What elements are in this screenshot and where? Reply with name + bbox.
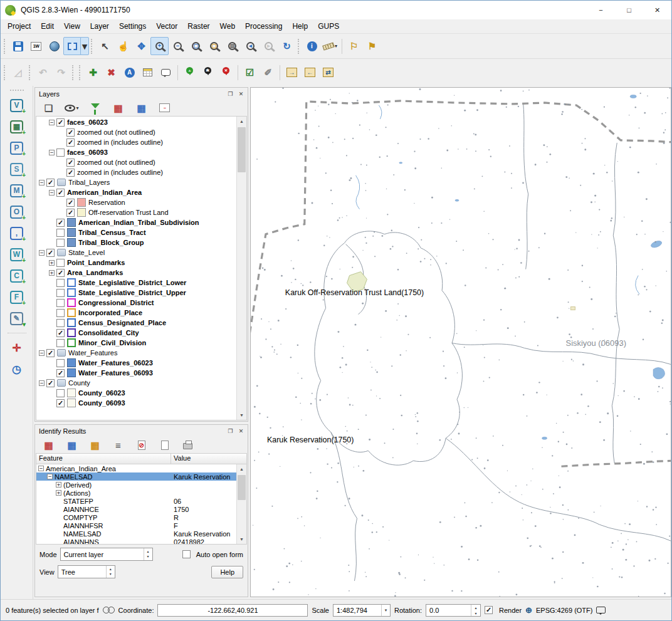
view-combo[interactable]: Tree ▴▾ xyxy=(58,565,115,578)
import-data-icon[interactable]: → xyxy=(283,63,301,81)
layer-checkbox[interactable] xyxy=(56,339,65,347)
layer-checkbox[interactable] xyxy=(56,279,65,287)
add-delimited-text-icon[interactable]: ,+ xyxy=(8,224,26,243)
layer-row[interactable]: ✓American_Indian_Tribal_Subdivision xyxy=(36,217,236,227)
layer-row[interactable]: Water_Features_06023 xyxy=(36,358,236,368)
tree-expander[interactable]: − xyxy=(47,474,53,479)
tree-expander[interactable]: − xyxy=(49,190,55,196)
layer-row[interactable]: Incorporated_Place xyxy=(36,308,236,318)
identify-result-row[interactable]: −NAMELSADKaruk Reservation xyxy=(36,472,236,481)
combo-spin-arrows[interactable]: ▴▾ xyxy=(106,566,115,578)
tree-expander[interactable]: − xyxy=(39,250,45,256)
panel-float-button[interactable]: ❐ xyxy=(226,427,235,436)
layer-checkbox[interactable]: ✓ xyxy=(46,379,55,387)
layer-row[interactable]: ✓zoomed in (includes outline) xyxy=(36,167,236,177)
add-spatialite-layer-icon[interactable]: S+ xyxy=(8,160,26,179)
pin-delete-icon[interactable]: ✕ xyxy=(217,63,235,81)
add-vector-layer-icon[interactable]: V+ xyxy=(8,96,26,115)
zoom-to-selection-icon[interactable]: ▢ xyxy=(205,37,223,55)
layer-checkbox[interactable]: ✓ xyxy=(66,209,75,217)
layer-checkbox[interactable] xyxy=(56,299,65,307)
coordinate-input[interactable]: -122.662,40.921 xyxy=(157,604,308,617)
layer-checkbox[interactable]: ✓ xyxy=(46,349,55,357)
print-icon[interactable] xyxy=(179,436,197,454)
panel-close-button[interactable]: ✕ xyxy=(236,427,246,436)
layer-checkbox[interactable]: ✓ xyxy=(46,249,55,257)
zoom-out-icon[interactable]: − xyxy=(169,37,187,55)
layer-checkbox[interactable] xyxy=(56,359,65,367)
layer-row[interactable]: Census_Designated_Place xyxy=(36,318,236,328)
layer-checkbox[interactable]: ✓ xyxy=(66,159,75,167)
layer-checkbox[interactable] xyxy=(56,289,65,297)
spinbox-arrows[interactable]: ▴▾ xyxy=(471,605,480,616)
selection-status-icon[interactable] xyxy=(103,607,115,613)
layer-checkbox[interactable] xyxy=(56,309,65,317)
annotation-icon[interactable] xyxy=(157,63,175,81)
layer-checkbox[interactable]: ✓ xyxy=(56,329,65,337)
layer-row[interactable]: State_Legislative_District_Lower xyxy=(36,278,236,288)
identify-result-row[interactable]: COMPTYPR xyxy=(36,513,236,521)
menu-raster[interactable]: Raster xyxy=(182,20,214,33)
scroll-down-arrow[interactable]: ▼ xyxy=(237,535,246,544)
menu-layer[interactable]: Layer xyxy=(85,20,114,33)
layer-checkbox[interactable] xyxy=(56,259,65,267)
validate-map-icon[interactable]: ☑ xyxy=(241,63,259,81)
layer-row[interactable]: −faces_06093 xyxy=(36,147,236,157)
scroll-up-arrow[interactable]: ▲ xyxy=(237,117,246,126)
scrollbar-thumb[interactable] xyxy=(238,127,246,172)
layer-checkbox[interactable]: ✓ xyxy=(56,118,65,127)
layer-row[interactable]: Congressional_District xyxy=(36,298,236,308)
zoom-to-layer-icon[interactable]: ▤ xyxy=(223,37,241,55)
text-label-icon[interactable]: A xyxy=(120,63,139,81)
rotation-spinbox[interactable]: 0.0 ▴▾ xyxy=(426,604,481,617)
new-feature-icon[interactable]: ✚ xyxy=(84,63,102,81)
layer-row[interactable]: ✓Off-reservation Trust Land xyxy=(36,207,236,217)
scale-combo[interactable]: 1:482,794 ▾ xyxy=(333,604,391,617)
new-bookmark-icon[interactable]: ⚐ xyxy=(345,37,363,55)
touch-cursor-icon[interactable]: ↖ xyxy=(96,37,114,55)
crs-status-text[interactable]: EPSG:4269 (OTF) xyxy=(536,607,592,614)
layer-checkbox[interactable]: ✓ xyxy=(56,399,65,407)
tree-expander[interactable]: + xyxy=(49,260,55,266)
layer-row[interactable]: −✓faces_06023 xyxy=(36,117,236,127)
combo-spin-arrows[interactable]: ▴▾ xyxy=(144,548,152,560)
form-view-icon[interactable]: ≡ xyxy=(109,436,127,454)
identify-result-row[interactable]: AIANNHNS02418982 xyxy=(36,538,236,544)
column-header-value[interactable]: Value xyxy=(171,454,246,464)
add-group-icon[interactable]: ❏ xyxy=(39,99,58,117)
menu-gups[interactable]: GUPS xyxy=(313,20,344,33)
tree-expander[interactable]: − xyxy=(49,120,55,125)
export-data-icon[interactable]: ← xyxy=(301,63,319,81)
layer-checkbox[interactable] xyxy=(56,149,65,157)
expand-tree-icon[interactable]: ▦ xyxy=(39,436,58,454)
layer-row[interactable]: County_06023 xyxy=(36,388,236,398)
attribute-table-icon[interactable] xyxy=(139,63,157,81)
add-raster-layer-icon[interactable]: ▦+ xyxy=(8,117,26,136)
help-button[interactable]: Help xyxy=(211,566,243,578)
offset-point-icon[interactable]: ✛ xyxy=(8,338,26,357)
identify-result-row[interactable]: +(Actions) xyxy=(36,489,236,497)
add-wms-layer-icon[interactable]: W+ xyxy=(8,245,26,264)
dropdown-chevron-icon[interactable]: ▾ xyxy=(76,105,78,111)
show-bookmarks-icon[interactable]: ⚑ xyxy=(363,37,381,55)
geometry-tool-icon[interactable]: ✐ xyxy=(259,63,277,81)
tree-expander[interactable]: − xyxy=(38,466,44,471)
add-mssql-layer-icon[interactable]: M+ xyxy=(8,181,26,200)
layer-row[interactable]: Tribal_Block_Group xyxy=(36,237,236,248)
globe-icon[interactable] xyxy=(45,37,63,55)
measure-icon[interactable]: ▾ xyxy=(321,37,339,55)
tree-expander[interactable]: − xyxy=(39,350,45,356)
crs-globe-icon[interactable]: ⊕ xyxy=(525,605,532,615)
layer-row[interactable]: ✓County_06093 xyxy=(36,398,236,408)
panel-close-button[interactable]: ✕ xyxy=(236,90,246,98)
pan-map-icon[interactable]: ☝ xyxy=(114,37,132,55)
auto-open-form-checkbox[interactable] xyxy=(182,550,191,558)
layers-scrollbar[interactable]: ▲ ▼ xyxy=(236,117,246,420)
layer-checkbox[interactable]: ✓ xyxy=(66,128,75,137)
map-canvas[interactable]: Karuk Off-Reservation Trust Land(1750)Si… xyxy=(251,88,671,597)
layer-checkbox[interactable] xyxy=(56,389,65,397)
render-checkbox[interactable]: ✓ xyxy=(485,606,493,614)
layer-row[interactable]: +✓Area_Landmarks xyxy=(36,268,236,278)
identify-icon[interactable]: i xyxy=(303,37,321,55)
expand-all-icon[interactable]: ▦ xyxy=(109,99,127,117)
